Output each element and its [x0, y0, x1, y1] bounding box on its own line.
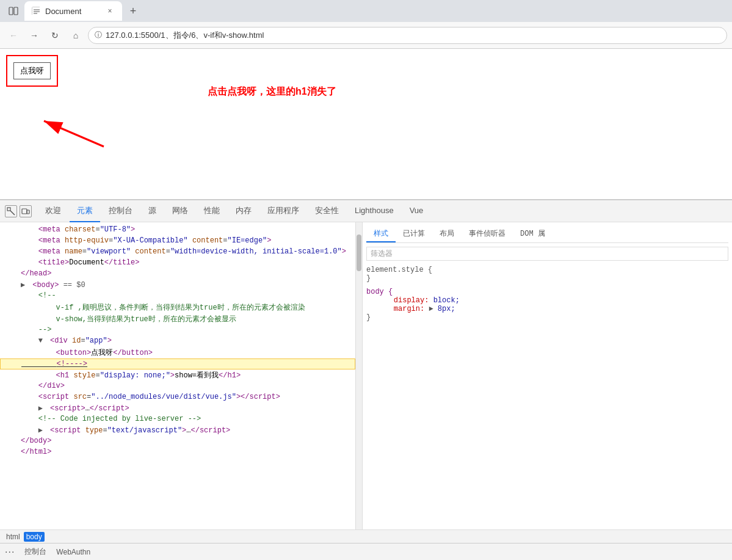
element-style-selector: element.style { [366, 266, 728, 274]
tab-performance[interactable]: 性能 [197, 200, 227, 222]
url-bar[interactable]: ⓘ 127.0.0.1:5500/1、指令/6、v-if和v-show.html [88, 27, 727, 44]
source-line[interactable]: <button>点我呀</button> [0, 347, 355, 358]
svg-rect-1 [14, 7, 18, 15]
console-tab[interactable]: 控制台 [24, 547, 46, 557]
body-style-selector: body { [366, 288, 728, 296]
source-line[interactable]: ▶ <body> == $0 [0, 280, 355, 291]
console-bar: ··· 控制台 WebAuthn [0, 543, 732, 560]
tab-elements[interactable]: 元素 [70, 200, 100, 222]
new-tab-button[interactable]: + [125, 2, 142, 20]
source-line[interactable]: </head> [0, 269, 355, 280]
source-line[interactable]: <title>Document</title> [0, 258, 355, 269]
source-line[interactable]: <!----> [0, 358, 355, 369]
home-button[interactable]: ⌂ [67, 27, 84, 44]
devtools-tab-bar: 欢迎 元素 控制台 源 网络 性能 内存 应用程序 [0, 200, 732, 222]
url-info-icon: ⓘ [95, 30, 102, 40]
styles-tab-computed[interactable]: 已计算 [396, 226, 432, 242]
source-line[interactable]: <script src="../node_modules/vue/dist/vu… [0, 392, 355, 403]
url-text: 127.0.0.1:5500/1、指令/6、v-if和v-show.html [106, 30, 264, 41]
inspect-element-icon[interactable] [5, 205, 17, 217]
demo-button[interactable]: 点我呀 [13, 62, 51, 79]
active-tab[interactable]: Document × [24, 1, 122, 21]
forward-button[interactable]: → [26, 27, 43, 44]
back-button[interactable]: ← [5, 27, 22, 44]
svg-line-6 [10, 211, 15, 215]
styles-tab-styles[interactable]: 样式 [366, 226, 396, 242]
source-scrollbar[interactable] [356, 222, 362, 529]
tab-favicon [32, 7, 40, 15]
source-line[interactable]: ▶ <script>…</script> [0, 403, 355, 414]
tab-application[interactable]: 应用程序 [260, 200, 306, 222]
breadcrumb: html body [4, 532, 45, 542]
address-bar: ← → ↻ ⌂ ⓘ 127.0.0.1:5500/1、指令/6、v-if和v-s… [0, 22, 732, 49]
tab-close-button[interactable]: × [105, 6, 115, 16]
sidebar-toggle-button[interactable] [5, 2, 22, 20]
button-highlight-box: 点我呀 [6, 55, 58, 87]
source-line[interactable]: --> [0, 325, 355, 336]
tab-vue[interactable]: Vue [402, 200, 431, 222]
source-line[interactable]: <meta http-equiv="X-UA-Compatible" conte… [0, 236, 355, 247]
source-line[interactable]: ▶ <script type="text/javascript">…</scri… [0, 425, 355, 436]
tab-security[interactable]: 安全性 [308, 200, 346, 222]
console-bar-dots[interactable]: ··· [5, 547, 15, 558]
html-source-panel[interactable]: <meta charset="UTF-8"> <meta http-equiv=… [0, 222, 356, 529]
styles-panel: 样式 已计算 布局 事件侦听器 DOM 属 筛选器 [362, 222, 732, 529]
devtools-breadcrumb-bar: html body [0, 529, 732, 543]
source-line[interactable]: v-if ,顾明思议，条件判断，当得到结果为true时，所在的元素才会被渲染 [0, 302, 355, 313]
source-line[interactable]: </body> [0, 436, 355, 447]
styles-tab-layout[interactable]: 布局 [432, 226, 462, 242]
page-content: 点我呀 [0, 49, 732, 93]
breadcrumb-body[interactable]: body [24, 532, 45, 542]
breadcrumb-html[interactable]: html [4, 532, 23, 542]
source-line[interactable]: <meta name="viewport" content="width=dev… [0, 247, 355, 258]
source-line[interactable]: <!-- Code injected by live-server --> [0, 414, 355, 425]
source-line[interactable]: <!-- [0, 291, 355, 302]
browser-window: Document × + ← → ↻ ⌂ ⓘ 127.0.0.1:5500/1、… [0, 0, 732, 560]
svg-rect-5 [7, 208, 10, 211]
body-display-prop: display: block; [366, 296, 728, 305]
element-style-rule: element.style { } [366, 266, 728, 283]
source-line[interactable]: </html> [0, 447, 355, 458]
svg-rect-8 [27, 210, 29, 214]
reload-button[interactable]: ↻ [46, 27, 63, 44]
styles-filter-input[interactable]: 筛选器 [366, 247, 728, 261]
element-style-close: } [366, 274, 728, 283]
svg-rect-7 [22, 209, 27, 214]
devtools-icon-buttons [5, 205, 32, 217]
tab-network[interactable]: 网络 [165, 200, 195, 222]
tab-lighthouse[interactable]: Lighthouse [347, 200, 401, 222]
webauthn-tab[interactable]: WebAuthn [56, 548, 90, 556]
devtools-body: <meta charset="UTF-8"> <meta http-equiv=… [0, 222, 732, 529]
styles-tab-bar: 样式 已计算 布局 事件侦听器 DOM 属 [366, 226, 728, 243]
svg-rect-0 [9, 7, 13, 15]
page-viewport: 点我呀 点击点我呀，这里的h1消失了 [0, 49, 732, 200]
tab-title: Document [45, 7, 81, 16]
tab-welcome[interactable]: 欢迎 [38, 200, 68, 222]
source-line[interactable]: ▼ <div id="app"> [0, 336, 355, 347]
svg-line-4 [44, 121, 104, 147]
source-line[interactable]: <meta charset="UTF-8"> [0, 225, 355, 236]
body-style-close: } [366, 313, 728, 322]
tab-console[interactable]: 控制台 [101, 200, 140, 222]
styles-tab-event-listeners[interactable]: 事件侦听器 [462, 226, 513, 242]
source-line[interactable]: <h1 style="display: none;">show=看到我</h1> [0, 369, 355, 381]
tab-sources[interactable]: 源 [141, 200, 164, 222]
source-line[interactable]: </div> [0, 381, 355, 392]
device-toggle-icon[interactable] [20, 205, 32, 217]
body-margin-prop: margin: ► 8px; [366, 305, 728, 313]
scrollbar-thumb[interactable] [357, 235, 361, 271]
source-line[interactable]: v-show,当得到结果为true时，所在的元素才会被显示 [0, 313, 355, 325]
tab-memory[interactable]: 内存 [228, 200, 259, 222]
tab-bar: Document × + [0, 0, 732, 22]
body-style-rule: body { display: block; margin: ► 8px; } [366, 288, 728, 322]
styles-tab-dom-breakpoints[interactable]: DOM 属 [513, 226, 553, 242]
devtools-panel: 欢迎 元素 控制台 源 网络 性能 内存 应用程序 [0, 200, 732, 543]
